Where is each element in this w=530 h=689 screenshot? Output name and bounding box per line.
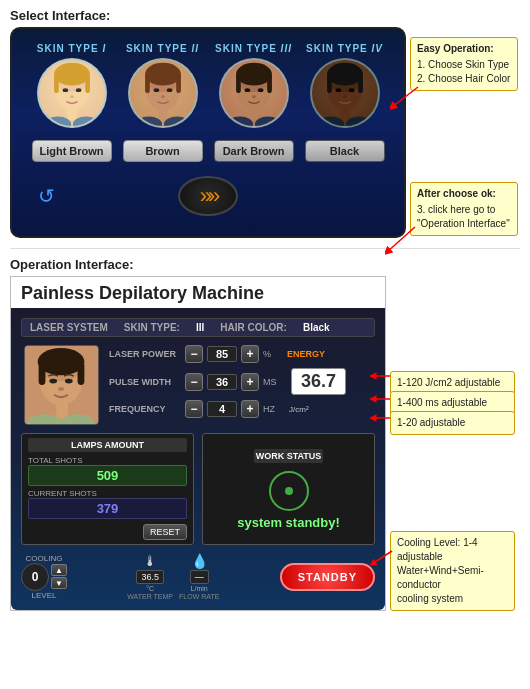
next-btn[interactable]: »» [178, 176, 238, 216]
lamps-panel-title: LAMPS AMOUNT [28, 438, 187, 452]
svg-point-24 [236, 63, 272, 86]
svg-rect-4 [85, 74, 90, 93]
ann-freq: 1-20 adjustable [390, 411, 515, 435]
pulse-width-plus[interactable]: + [241, 373, 259, 391]
thermometer-icon: 🌡 [143, 553, 157, 569]
energy-unit: J/cm² [289, 405, 309, 414]
water-temp-sensor: 🌡 36.5 °C WATER TEMP [127, 553, 173, 600]
op-face-svg [25, 346, 98, 424]
svg-point-6 [75, 88, 81, 92]
pulse-width-row: PULSE WIDTH − 36 + MS 36.7 [109, 368, 375, 395]
frequency-plus[interactable]: + [241, 400, 259, 418]
annotation-easy-operation: Easy Operation: 1. Choose Skin Type 2. C… [410, 37, 518, 91]
svg-rect-3 [54, 74, 59, 93]
reset-btn[interactable]: RESET [143, 524, 187, 540]
op-annotations-col: 1-120 J/cm2 adjustable 1-400 ms adjustab… [390, 276, 520, 611]
svg-point-9 [44, 117, 70, 126]
operation-screen-wrapper: Painless Depilatory Machine LASER SYSTEM… [10, 276, 386, 611]
op-face-col [21, 345, 101, 425]
skin-type-II-label: SKIN TYPE II [126, 43, 199, 54]
black-btn[interactable]: Black [305, 140, 385, 162]
ann2-line1: 3. click here go to [417, 203, 511, 217]
select-annotations: Easy Operation: 1. Choose Skin Type 2. C… [410, 27, 520, 238]
level-up-btn[interactable]: ▲ [51, 564, 67, 576]
current-shots-label: CURRENT SHOTS [28, 489, 187, 498]
op-header: LASER SYSTEM SKIN TYPE: III HAIR COLOR: … [21, 318, 375, 337]
work-panel-title: WORK STATUS [254, 449, 324, 463]
svg-rect-41 [340, 109, 349, 120]
skin-types-row: SKIN TYPE I [26, 43, 390, 128]
ann-cooling-arrow-svg [370, 546, 395, 571]
svg-rect-26 [267, 74, 272, 93]
dark-brown-btn[interactable]: Dark Brown [214, 140, 294, 162]
svg-point-40 [343, 95, 347, 98]
skin-type-IV[interactable]: SKIN TYPE IV [305, 43, 385, 128]
op-bottom-row: COOLING 0 ▲ ▼ LEVEL [21, 553, 375, 600]
skin-type-III[interactable]: SKIN TYPE III [214, 43, 294, 128]
back-arrow-btn[interactable]: ↺ [38, 184, 55, 208]
ann-freq-line1: 1-20 adjustable [397, 416, 508, 430]
svg-point-13 [145, 63, 181, 86]
total-shots-value: 509 [28, 465, 187, 486]
pulse-width-label: PULSE WIDTH [109, 377, 181, 387]
level-display: 0 [21, 563, 49, 591]
skin-type-header-value: III [196, 322, 204, 333]
brown-btn[interactable]: Brown [123, 140, 203, 162]
pulse-width-minus[interactable]: − [185, 373, 203, 391]
water-temp-unit: °C [146, 585, 154, 592]
current-shots-row: CURRENT SHOTS 379 [28, 489, 187, 519]
ann1-title: Easy Operation: [417, 42, 511, 56]
ann-cooling-line1: Cooling Level: 1-4 adjustable [397, 536, 508, 564]
svg-rect-50 [38, 362, 45, 385]
laser-power-value: 85 [207, 346, 237, 362]
svg-point-39 [348, 88, 354, 92]
operation-interface-label: Operation Interface: [0, 249, 530, 276]
op-face-portrait [24, 345, 99, 425]
svg-point-20 [135, 117, 161, 126]
light-brown-btn[interactable]: Light Brown [32, 140, 112, 162]
water-temp-value: 36.5 [136, 570, 164, 584]
total-shots-label: TOTAL SHOTS [28, 456, 187, 465]
laser-power-plus[interactable]: + [241, 345, 259, 363]
svg-point-28 [257, 88, 263, 92]
skin-type-I[interactable]: SKIN TYPE I [32, 43, 112, 128]
svg-point-7 [70, 95, 74, 98]
ann2-title: After choose ok: [417, 187, 511, 201]
work-panel: WORK STATUS system standby! [202, 433, 375, 545]
svg-rect-36 [327, 74, 332, 93]
cooling-section: COOLING 0 ▲ ▼ LEVEL [21, 554, 67, 600]
svg-rect-37 [358, 74, 363, 93]
frequency-value: 4 [207, 401, 237, 417]
svg-point-29 [252, 95, 256, 98]
current-shots-value: 379 [28, 498, 187, 519]
svg-point-42 [317, 117, 343, 126]
svg-point-2 [54, 63, 90, 86]
level-down-btn[interactable]: ▼ [51, 577, 67, 589]
status-indicator [269, 471, 309, 511]
svg-rect-19 [158, 109, 167, 120]
flow-rate-label: FLOW RATE [179, 593, 219, 600]
laser-power-minus[interactable]: − [185, 345, 203, 363]
svg-point-54 [58, 387, 64, 391]
standby-btn[interactable]: STANDBY [280, 563, 375, 591]
svg-point-27 [244, 88, 250, 92]
frequency-minus[interactable]: − [185, 400, 203, 418]
svg-point-17 [166, 88, 172, 92]
svg-point-5 [62, 88, 68, 92]
ann-cooling-line3: cooling system [397, 592, 508, 606]
flow-rate-sensor: 💧 — L/min FLOW RATE [179, 553, 219, 600]
ann2-line2: "Operation Interface" [417, 217, 511, 231]
skin-type-I-label: SKIN TYPE I [37, 43, 106, 54]
next-arrow-icon: »» [200, 183, 216, 209]
face-portrait-I [37, 58, 107, 128]
skin-type-III-label: SKIN TYPE III [215, 43, 292, 54]
laser-power-unit: % [263, 349, 283, 359]
svg-rect-30 [249, 109, 258, 120]
hair-color-header-label: HAIR COLOR: [220, 322, 287, 333]
svg-point-32 [254, 117, 280, 126]
cooling-label: COOLING [26, 554, 63, 563]
skin-type-II[interactable]: SKIN TYPE II [123, 43, 203, 128]
work-status-text: system standby! [237, 515, 340, 530]
svg-line-61 [372, 551, 392, 564]
laser-system-label: LASER SYSTEM [30, 322, 108, 333]
